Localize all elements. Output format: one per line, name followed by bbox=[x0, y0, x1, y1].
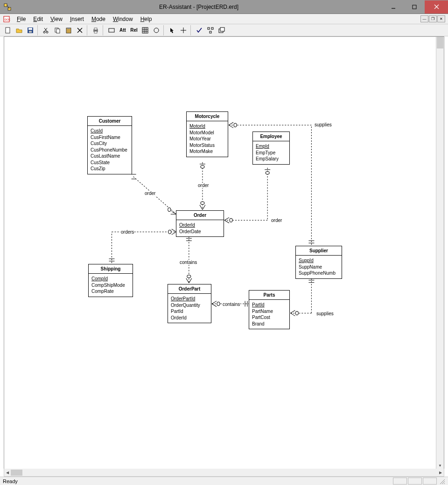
new-file-icon[interactable] bbox=[3, 25, 13, 35]
toolbar: Att Rel bbox=[0, 24, 448, 36]
svg-rect-11 bbox=[28, 28, 32, 30]
svg-rect-39 bbox=[220, 28, 224, 31]
svg-rect-9 bbox=[6, 28, 10, 33]
svg-rect-27 bbox=[142, 28, 148, 33]
svg-rect-20 bbox=[67, 28, 70, 29]
menu-edit[interactable]: Edit bbox=[29, 15, 47, 23]
window-title: ER-Assistant - [ProjectERD.erd] bbox=[15, 4, 383, 10]
svg-text:DOC: DOC bbox=[5, 18, 10, 21]
mdi-controls: — ❐ ✕ bbox=[420, 15, 445, 22]
move-icon[interactable] bbox=[178, 25, 189, 35]
copy-icon[interactable] bbox=[52, 25, 63, 35]
menu-file[interactable]: File bbox=[13, 15, 29, 23]
layer-icon[interactable] bbox=[217, 25, 227, 35]
svg-rect-35 bbox=[208, 28, 210, 29]
arrange-icon[interactable] bbox=[205, 25, 216, 35]
menu-window[interactable]: Window bbox=[109, 15, 137, 23]
entity-tool-icon[interactable] bbox=[106, 25, 117, 35]
svg-rect-4 bbox=[413, 5, 416, 9]
svg-rect-18 bbox=[56, 29, 60, 33]
svg-rect-25 bbox=[94, 31, 97, 33]
menubar: DOC File Edit View Insert Mode Window He… bbox=[0, 14, 448, 24]
app-icon bbox=[4, 3, 11, 11]
menu-help[interactable]: Help bbox=[137, 15, 156, 23]
paste-icon[interactable] bbox=[63, 25, 74, 35]
mdi-minimize-button[interactable]: — bbox=[420, 15, 428, 22]
menu-view[interactable]: View bbox=[47, 15, 66, 23]
print-icon[interactable] bbox=[91, 25, 101, 35]
svg-rect-12 bbox=[29, 31, 32, 33]
maximize-button[interactable] bbox=[404, 0, 425, 14]
menu-insert[interactable]: Insert bbox=[66, 15, 88, 23]
attribute-tool-button[interactable]: Att bbox=[118, 25, 128, 35]
minimize-button[interactable] bbox=[383, 0, 404, 14]
save-icon[interactable] bbox=[25, 25, 35, 35]
close-button[interactable] bbox=[425, 0, 448, 14]
open-file-icon[interactable] bbox=[14, 25, 24, 35]
svg-rect-37 bbox=[210, 31, 211, 33]
cut-icon[interactable] bbox=[41, 25, 51, 35]
pointer-icon[interactable] bbox=[167, 25, 177, 35]
grid-icon[interactable] bbox=[140, 25, 150, 35]
menu-mode[interactable]: Mode bbox=[88, 15, 109, 23]
titlebar: ER-Assistant - [ProjectERD.erd] bbox=[0, 0, 448, 14]
doc-icon: DOC bbox=[3, 15, 10, 23]
check-icon[interactable] bbox=[194, 25, 204, 35]
circle-tool-icon[interactable] bbox=[151, 25, 161, 35]
svg-rect-26 bbox=[109, 28, 114, 32]
window-controls bbox=[383, 0, 448, 14]
svg-rect-0 bbox=[4, 4, 7, 7]
svg-point-32 bbox=[154, 28, 159, 33]
mdi-restore-button[interactable]: ❐ bbox=[429, 15, 437, 22]
svg-rect-36 bbox=[211, 28, 213, 29]
mdi-close-button[interactable]: ✕ bbox=[437, 15, 445, 22]
svg-rect-24 bbox=[94, 28, 97, 30]
relationship-tool-button[interactable]: Rel bbox=[129, 25, 139, 35]
delete-icon[interactable] bbox=[75, 25, 85, 35]
